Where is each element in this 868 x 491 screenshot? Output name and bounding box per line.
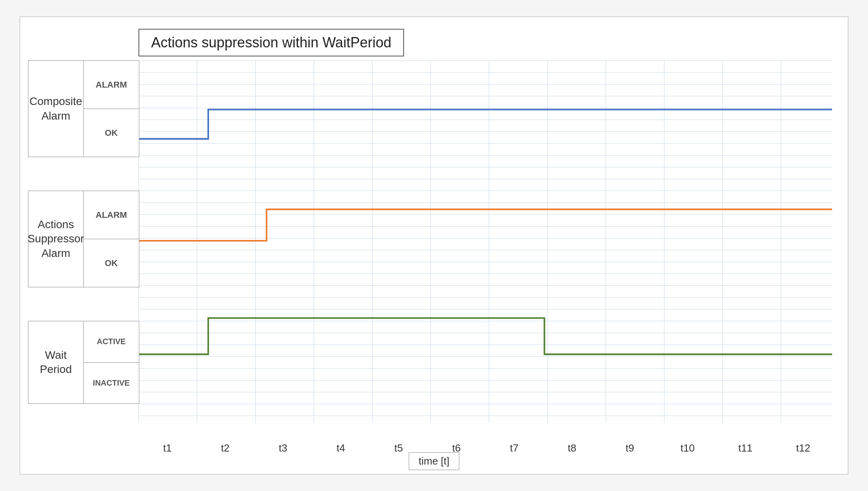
time-tick-t4: t4 — [312, 442, 370, 454]
wait-period-panel: WaitPeriod ACTIVE INACTIVE — [28, 321, 139, 404]
composite-alarm-state: ALARM — [84, 61, 139, 109]
time-tick-t12: t12 — [774, 442, 832, 454]
inactive-state: INACTIVE — [84, 363, 139, 404]
suppressor-alarm-label: ActionsSuppressorAlarm — [28, 191, 84, 287]
time-tick-t1: t1 — [138, 442, 196, 454]
suppressor-alarm-line — [138, 209, 832, 241]
composite-ok-state: OK — [84, 109, 139, 157]
suppressor-ok-state: OK — [84, 239, 139, 287]
time-tick-t3: t3 — [254, 442, 312, 454]
time-tick-t11: t11 — [716, 442, 774, 454]
suppressor-alarm-panel: ActionsSuppressorAlarm ALARM OK — [28, 191, 139, 287]
time-axis: t1 t2 t3 t4 t5 t6 t7 t8 t9 t10 t11 t12 — [138, 442, 832, 454]
wait-period-label: WaitPeriod — [28, 321, 84, 403]
time-tick-t2: t2 — [196, 442, 254, 454]
time-tick-t7: t7 — [485, 442, 543, 454]
time-tick-t10: t10 — [659, 442, 717, 454]
diagram-container: Actions suppression within WaitPeriod Co… — [20, 17, 848, 474]
composite-alarm-line — [138, 109, 832, 139]
time-tick-t8: t8 — [543, 442, 601, 454]
wait-period-line — [138, 318, 832, 354]
suppressor-alarm-states: ALARM OK — [84, 191, 139, 287]
time-tick-t9: t9 — [601, 442, 659, 454]
time-label: time [t] — [409, 452, 459, 470]
active-state: ACTIVE — [84, 321, 139, 363]
charts-svg — [138, 60, 832, 423]
composite-alarm-states: ALARM OK — [84, 61, 139, 157]
diagram-title: Actions suppression within WaitPeriod — [138, 29, 404, 56]
composite-alarm-panel: CompositeAlarm ALARM OK — [28, 60, 139, 157]
wait-period-states: ACTIVE INACTIVE — [84, 321, 139, 403]
suppressor-alarm-state: ALARM — [84, 191, 139, 239]
composite-alarm-label: CompositeAlarm — [28, 61, 84, 157]
